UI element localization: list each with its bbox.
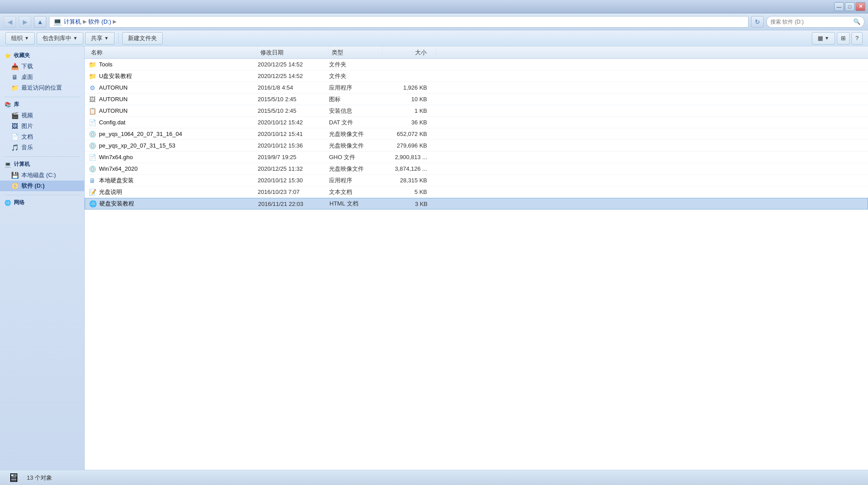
computer-label: 计算机 (14, 160, 30, 168)
col-size-label: 大小 (415, 49, 427, 57)
file-name: 🖼 AUTORUN (88, 95, 258, 103)
file-size: 28,315 KB (383, 177, 436, 184)
table-row[interactable]: 📄 Win7x64.gho 2019/9/7 19:25 GHO 文件 2,90… (85, 152, 868, 163)
sidebar: ⭐ 收藏夹 📥 下载 🖥 桌面 📁 最近访问的位置 📚 库 (0, 46, 85, 470)
table-row[interactable]: 💿 Win7x64_2020 2020/12/25 11:32 光盘映像文件 3… (85, 163, 868, 175)
table-row[interactable]: 🖥 本地硬盘安装 2020/10/12 15:30 应用程序 28,315 KB (85, 175, 868, 186)
col-name-label: 名称 (91, 49, 103, 57)
table-row[interactable]: 📁 Tools 2020/12/25 14:52 文件夹 (85, 59, 868, 70)
file-type: 光盘映像文件 (329, 130, 383, 138)
statusbar-count: 13 个对象 (27, 474, 52, 482)
file-date: 2015/5/10 2:45 (258, 107, 329, 114)
file-name-text: Config.dat (99, 119, 125, 126)
minimize-button[interactable]: — (834, 2, 844, 11)
view-button[interactable]: ▦ ▼ (812, 32, 835, 45)
view-dropdown-icon: ▼ (825, 36, 829, 41)
col-header-date[interactable]: 修改日期 (258, 46, 329, 58)
file-type: HTML 文档 (329, 200, 383, 208)
forward-icon: ▶ (23, 18, 28, 25)
file-name: 📋 AUTORUN (88, 107, 258, 115)
table-row[interactable]: 💿 pe_yqs_xp_20_07_31_15_53 2020/10/12 15… (85, 140, 868, 152)
back-button[interactable]: ◀ (4, 16, 16, 28)
file-icon: 💿 (88, 130, 96, 138)
file-size: 1,926 KB (383, 84, 436, 91)
col-header-name[interactable]: 名称 (88, 46, 258, 58)
file-name: 📁 U盘安装教程 (88, 72, 258, 80)
sidebar-item-docs[interactable]: 📄 文档 (0, 132, 84, 142)
table-row[interactable]: 🖼 AUTORUN 2015/5/10 2:45 图标 10 KB (85, 94, 868, 105)
breadcrumb-computer[interactable]: 计算机 (64, 18, 81, 26)
file-type: 光盘映像文件 (329, 165, 383, 173)
layout-icon: ⊞ (841, 35, 846, 41)
toolbar-separator (118, 33, 119, 44)
new-folder-button[interactable]: 新建文件夹 (122, 32, 163, 45)
table-row[interactable]: 📁 U盘安装教程 2020/12/25 14:52 文件夹 (85, 70, 868, 82)
file-icon: 📁 (88, 72, 96, 80)
file-size: 3,874,126 ... (383, 165, 436, 172)
forward-button[interactable]: ▶ (19, 16, 31, 28)
file-size: 1 KB (383, 107, 436, 114)
file-name-text: 硬盘安装教程 (99, 200, 134, 208)
up-button[interactable]: ▲ (34, 16, 46, 28)
table-row[interactable]: 📄 Config.dat 2020/10/12 15:42 DAT 文件 36 … (85, 117, 868, 128)
sidebar-item-downloads[interactable]: 📥 下载 (0, 61, 84, 72)
col-type-label: 类型 (332, 49, 343, 57)
sidebar-item-music[interactable]: 🎵 音乐 (0, 142, 84, 153)
file-icon: 💿 (88, 165, 96, 173)
refresh-button[interactable]: ↻ (751, 16, 764, 28)
share-button[interactable]: 共享 ▼ (85, 32, 115, 45)
file-date: 2020/12/25 14:52 (258, 61, 329, 68)
column-headers: 名称 修改日期 类型 大小 (85, 46, 868, 59)
addressbar: ◀ ▶ ▲ 💻 计算机 ▶ 软件 (D:) ▶ ↻ 🔍 (0, 13, 868, 30)
file-name-text: AUTORUN (99, 96, 128, 103)
file-area: 名称 修改日期 类型 大小 📁 Tools 2020/12/25 14:52 文… (85, 46, 868, 470)
sidebar-computer-header[interactable]: 💻 计算机 (0, 159, 84, 170)
search-input[interactable] (770, 19, 852, 25)
sidebar-item-drive-c[interactable]: 💾 本地磁盘 (C:) (0, 170, 84, 181)
col-header-type[interactable]: 类型 (329, 46, 383, 58)
file-name: 📁 Tools (88, 61, 258, 69)
table-row[interactable]: 🌐 硬盘安装教程 2016/11/21 22:03 HTML 文档 3 KB (85, 198, 868, 210)
organize-button[interactable]: 组织 ▼ (5, 32, 35, 45)
sidebar-favorites-header[interactable]: ⭐ 收藏夹 (0, 50, 84, 61)
favorites-label: 收藏夹 (14, 52, 30, 59)
file-date: 2015/5/10 2:45 (258, 96, 329, 103)
file-name-text: Tools (99, 61, 112, 68)
help-icon: ? (856, 35, 859, 41)
table-row[interactable]: 📋 AUTORUN 2015/5/10 2:45 安装信息 1 KB (85, 105, 868, 117)
maximize-button[interactable]: □ (845, 2, 855, 11)
docs-label: 文档 (21, 133, 33, 141)
table-row[interactable]: 💿 pe_yqs_1064_20_07_31_16_04 2020/10/12 … (85, 128, 868, 140)
include-button[interactable]: 包含到库中 ▼ (37, 32, 83, 45)
file-name-text: pe_yqs_xp_20_07_31_15_53 (99, 142, 175, 149)
file-name: 💿 pe_yqs_1064_20_07_31_16_04 (88, 130, 258, 138)
sidebar-network-header[interactable]: 🌐 网络 (0, 197, 84, 208)
table-row[interactable]: 📝 光盘说明 2016/10/23 7:07 文本文档 5 KB (85, 186, 868, 198)
file-name: ⚙ AUTORUN (88, 84, 258, 92)
sidebar-item-video[interactable]: 🎬 视频 (0, 110, 84, 121)
breadcrumb-sep-2: ▶ (113, 19, 116, 25)
toolbar-right: ▦ ▼ ⊞ ? (812, 32, 863, 45)
file-name: 💿 Win7x64_2020 (88, 165, 258, 173)
close-button[interactable]: ✕ (856, 2, 865, 11)
file-type: 安装信息 (329, 107, 383, 115)
sidebar-item-recent[interactable]: 📁 最近访问的位置 (0, 82, 84, 93)
titlebar-buttons: — □ ✕ (834, 2, 865, 11)
file-size: 10 KB (383, 96, 436, 103)
toolbar: 组织 ▼ 包含到库中 ▼ 共享 ▼ 新建文件夹 ▦ ▼ ⊞ ? (0, 30, 868, 46)
sidebar-library-header[interactable]: 📚 库 (0, 99, 84, 110)
divider-2 (4, 156, 80, 157)
sidebar-section-network: 🌐 网络 (0, 197, 84, 208)
sidebar-item-drive-d[interactable]: 📀 软件 (D:) (0, 181, 84, 191)
sidebar-item-pictures[interactable]: 🖼 图片 (0, 121, 84, 132)
table-row[interactable]: ⚙ AUTORUN 2016/1/8 4:54 应用程序 1,926 KB (85, 82, 868, 94)
sidebar-item-desktop[interactable]: 🖥 桌面 (0, 72, 84, 82)
layout-button[interactable]: ⊞ (837, 32, 850, 45)
file-size: 5 KB (383, 189, 436, 195)
file-size: 279,696 KB (383, 142, 436, 149)
file-date: 2020/10/12 15:36 (258, 142, 329, 149)
breadcrumb-drive[interactable]: 软件 (D:) (88, 18, 111, 26)
file-icon: 🌐 (89, 200, 97, 208)
col-header-size[interactable]: 大小 (383, 46, 436, 58)
help-button[interactable]: ? (852, 32, 863, 45)
